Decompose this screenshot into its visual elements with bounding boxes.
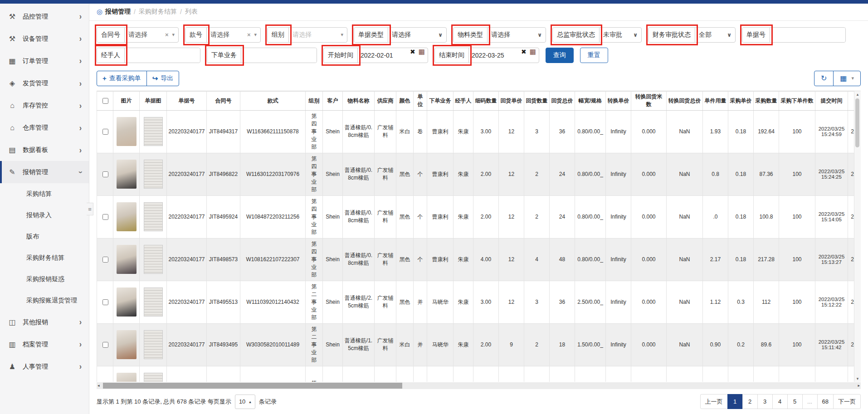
select-all-checkbox[interactable] — [102, 98, 108, 104]
scroll-down-icon[interactable]: ▾ — [854, 375, 861, 382]
calendar-icon[interactable]: ▦ — [419, 48, 425, 63]
clear-icon[interactable]: × — [165, 31, 169, 38]
sidebar-subitem[interactable]: 采购结算 — [0, 183, 89, 205]
filter-select[interactable]: 请选择×▾ — [125, 28, 178, 42]
sidebar-item-label: 库存管控 — [23, 102, 79, 110]
sidebar-item-label: 订单管理 — [23, 57, 79, 65]
page-button[interactable]: 1 — [727, 394, 743, 409]
date-value[interactable]: 2022-03-25 — [469, 48, 519, 63]
vertical-scrollbar[interactable]: ▴ ▾ — [854, 91, 861, 382]
reset-button[interactable]: 重置 — [580, 48, 608, 63]
table-cell: NaN — [667, 110, 703, 153]
product-photo[interactable] — [117, 202, 137, 231]
page-button[interactable]: 4 — [772, 394, 788, 409]
breadcrumb-item[interactable]: 报销管理 — [105, 8, 131, 16]
document-image[interactable] — [144, 117, 163, 146]
sidebar-subitem[interactable]: 采购财务结算 — [0, 247, 89, 268]
table-cell: 202203240177 — [167, 195, 207, 238]
filter-input[interactable] — [125, 48, 200, 63]
refresh-button[interactable]: ↻ — [814, 71, 834, 86]
vertical-scroll-thumb[interactable] — [855, 98, 859, 147]
filter-select[interactable]: 未审批∨ — [600, 28, 641, 42]
horizontal-scroll-thumb[interactable] — [103, 383, 402, 389]
filter-input[interactable] — [241, 48, 317, 63]
search-button[interactable]: 查询 — [546, 48, 574, 63]
sidebar-item[interactable]: ▤数据看板› — [0, 139, 89, 161]
filter-select[interactable]: 全部∨ — [695, 28, 735, 42]
filter-select[interactable]: 请选择∨ — [388, 28, 446, 42]
doc-image-cell — [140, 281, 167, 323]
document-image[interactable] — [144, 330, 163, 359]
sidebar-item[interactable]: ✎报销管理› — [0, 161, 89, 183]
row-checkbox[interactable] — [102, 171, 108, 177]
page-button[interactable]: 68 — [817, 394, 834, 409]
row-checkbox[interactable] — [102, 129, 108, 135]
product-photo[interactable] — [117, 373, 137, 382]
sidebar-subitem[interactable]: 采购报账退货管理 — [0, 290, 89, 311]
next-page-button[interactable]: 下一页 — [833, 394, 861, 409]
table-cell: Shein — [323, 110, 343, 153]
view-purchase-order-button[interactable]: + 查看采购单 — [97, 71, 147, 86]
table-cell: 2.17 — [703, 238, 728, 281]
page-button[interactable]: 3 — [757, 394, 773, 409]
sidebar-item[interactable]: ⌂库存管控› — [0, 94, 89, 117]
filter-select[interactable]: 请选择∨ — [488, 28, 546, 42]
sidebar-item[interactable]: ⚒设备管理› — [0, 28, 89, 50]
horizontal-scrollbar[interactable]: ◂ ▸ — [97, 382, 861, 389]
product-photo[interactable] — [117, 330, 137, 359]
sidebar-item[interactable]: ◫其他报销› — [0, 311, 89, 333]
filter-value: 请选择 — [293, 31, 339, 39]
document-image[interactable] — [144, 245, 163, 274]
table-cell: 0.80/0.00_ — [575, 238, 606, 281]
product-photo[interactable] — [117, 287, 137, 317]
filter-input[interactable] — [770, 28, 845, 42]
left-button-group: + 查看采购单 ↪ 导出 — [97, 71, 179, 86]
document-image[interactable] — [144, 160, 163, 189]
clear-icon[interactable]: ✖ — [521, 48, 527, 63]
filter-select[interactable]: 请选择▾ — [289, 28, 347, 42]
product-photo[interactable] — [117, 160, 137, 189]
sidebar-item[interactable]: ⚒品控管理› — [0, 5, 89, 28]
sidebar-subitem[interactable]: 采购报销疑惑 — [0, 268, 89, 290]
filter-select[interactable]: 请选择×▾ — [207, 28, 260, 42]
row-checkbox[interactable] — [102, 299, 108, 305]
document-image[interactable] — [144, 202, 163, 231]
row-checkbox[interactable] — [102, 257, 108, 263]
date-value[interactable]: 2022-02-01 — [358, 48, 408, 63]
sidebar-subitem[interactable]: 报销录入 — [0, 205, 89, 226]
page-button[interactable]: 5 — [787, 394, 803, 409]
columns-button[interactable]: ▦ ▾ — [833, 71, 861, 86]
document-image[interactable] — [144, 373, 163, 382]
export-button[interactable]: ↪ 导出 — [146, 71, 180, 86]
sidebar-item[interactable]: ◈发货管理› — [0, 72, 89, 94]
product-photo[interactable] — [117, 117, 137, 146]
row-checkbox[interactable] — [102, 214, 108, 220]
row-checkbox[interactable] — [102, 342, 108, 348]
sidebar-item[interactable]: ▥档案管理› — [0, 333, 89, 356]
sidebar-item[interactable]: ▦订单管理› — [0, 50, 89, 72]
product-photo[interactable] — [117, 245, 137, 274]
page-size-select[interactable]: 10 ▴ — [235, 395, 255, 409]
row-select-cell — [97, 323, 113, 366]
photo-cell — [113, 238, 140, 281]
document-image[interactable] — [144, 287, 163, 317]
table-row: 202203240177JIT8495924W1084872203211256第… — [97, 195, 861, 238]
scroll-left-icon[interactable]: ◂ — [98, 382, 100, 389]
table-cell: 朱康 — [454, 153, 473, 195]
prev-page-button[interactable]: 上一页 — [700, 394, 728, 409]
sidebar-subitem[interactable]: 版布 — [0, 226, 89, 247]
clear-icon[interactable]: × — [247, 31, 251, 38]
calendar-icon[interactable]: ▦ — [530, 48, 536, 63]
clear-icon[interactable]: ✖ — [410, 48, 415, 63]
refresh-icon: ↻ — [821, 74, 827, 83]
scroll-right-icon[interactable]: ▸ — [858, 382, 860, 389]
sidebar-item[interactable]: ♟人事管理› — [0, 356, 89, 378]
breadcrumb-item[interactable]: 列表 — [185, 8, 198, 16]
breadcrumb-item[interactable]: 采购财务结算 — [139, 8, 177, 16]
table-cell: 个 — [414, 195, 427, 238]
sidebar-item-label: 品控管理 — [23, 13, 79, 21]
sidebar-collapse-handle[interactable]: ≡ — [87, 203, 93, 215]
sidebar-item[interactable]: ⌂仓库管理› — [0, 117, 89, 139]
scroll-up-icon[interactable]: ▴ — [854, 91, 861, 97]
page-button[interactable]: 2 — [742, 394, 758, 409]
